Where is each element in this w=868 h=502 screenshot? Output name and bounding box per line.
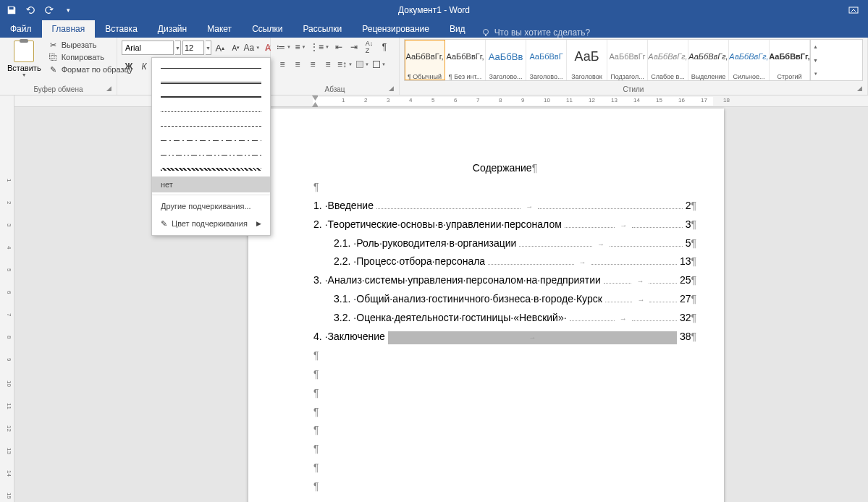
change-case-button[interactable]: Aa▼: [245, 41, 259, 55]
toc-line-3[interactable]: 2.2.·Процесс·отбора·персонала→13¶: [313, 252, 696, 271]
sort-button[interactable]: A↓Z: [362, 40, 376, 54]
group-clipboard-label: Буфер обмена: [4, 85, 112, 95]
numbering-button[interactable]: ≡▼: [293, 40, 308, 54]
font-size-combo[interactable]: [182, 41, 204, 55]
underline-style-double[interactable]: [152, 75, 270, 90]
horizontal-ruler[interactable]: 123456789101112131415161718: [14, 95, 868, 107]
style-item-3[interactable]: АаБбВвГЗаголово...: [526, 40, 567, 80]
gallery-up[interactable]: ▲: [811, 40, 820, 54]
bullets-button[interactable]: ≔▼: [275, 40, 292, 54]
multilevel-list-button[interactable]: ⋮≡▼: [308, 40, 331, 54]
workspace: L 123456789101112131415 1234567891011121…: [0, 95, 868, 502]
toc-line-0[interactable]: 1.·Введение→2¶: [313, 197, 696, 216]
underline-style-dashed[interactable]: [152, 119, 270, 133]
toc-line-6[interactable]: 3.2.·Оценка·деятельности·гостиницы·«Невс…: [313, 309, 696, 328]
clipboard-dialog-launcher[interactable]: ◢: [106, 85, 115, 93]
tell-me-placeholder: Что вы хотите сделать?: [494, 27, 591, 38]
tab-file[interactable]: Файл: [0, 20, 42, 38]
style-item-5[interactable]: АаБбВвГгПодзагол...: [607, 40, 648, 80]
qat-customize-button[interactable]: ▾: [59, 1, 77, 19]
toc-line-1[interactable]: 2.·Теоретические·основы·в·управлении·пер…: [313, 216, 696, 234]
shading-button[interactable]: ▼: [355, 57, 371, 72]
underline-style-single[interactable]: [152, 61, 270, 75]
underline-style-wave[interactable]: [152, 162, 270, 176]
toc-line-4[interactable]: 3.·Анализ·системы·управления·персоналом·…: [313, 271, 696, 290]
decrease-indent-button[interactable]: ⇤: [332, 40, 346, 54]
redo-button[interactable]: [41, 1, 58, 19]
tab-review[interactable]: Рецензирование: [352, 20, 439, 38]
line-spacing-button[interactable]: ≡↕▼: [336, 57, 354, 72]
underline-style-dot-dot-dash[interactable]: [152, 148, 270, 162]
empty-paragraph: ¶: [313, 384, 696, 403]
gallery-more[interactable]: ▾: [811, 67, 820, 80]
style-item-8[interactable]: АаБбВвГг,Сильное...: [729, 40, 770, 80]
vertical-ruler[interactable]: 123456789101112131415: [0, 95, 14, 502]
tab-mailings[interactable]: Рассылки: [292, 20, 352, 38]
lightbulb-icon: [481, 28, 490, 37]
tab-home[interactable]: Главная: [42, 20, 96, 38]
underline-color[interactable]: ✎Цвет подчеркивания ▶: [152, 215, 270, 232]
align-center-button[interactable]: ≡: [290, 57, 305, 72]
grow-font-button[interactable]: A▴: [213, 41, 227, 55]
first-line-indent-marker[interactable]: [312, 95, 318, 101]
tell-me-search[interactable]: Что вы хотите сделать?: [476, 27, 597, 38]
styles-gallery: АаБбВвГг,¶ ОбычныйАаБбВвГг,¶ Без инт...А…: [404, 39, 863, 81]
gallery-down[interactable]: ▼: [811, 54, 820, 67]
font-name-combo[interactable]: [122, 41, 174, 55]
style-item-1[interactable]: АаБбВвГг,¶ Без инт...: [445, 40, 486, 80]
page-content[interactable]: Содержание¶ ¶ 1.·Введение→2¶2.·Теоретиче…: [248, 109, 724, 496]
underline-style-dotted[interactable]: [152, 104, 270, 119]
paste-label: Вставить: [7, 64, 41, 72]
style-item-9[interactable]: АаБбВвГг,Строгий: [770, 40, 810, 80]
font-size-dropdown[interactable]: ▼: [206, 41, 211, 55]
underline-style-thick[interactable]: [152, 90, 270, 104]
style-item-0[interactable]: АаБбВвГг,¶ Обычный: [405, 40, 445, 80]
styles-dialog-launcher[interactable]: ◢: [857, 85, 866, 93]
pen-icon: ✎: [161, 219, 167, 229]
bold-button[interactable]: Ж: [122, 59, 136, 74]
tab-layout[interactable]: Макет: [197, 20, 242, 38]
empty-paragraph: ¶: [313, 477, 696, 496]
style-item-7[interactable]: АаБбВвГг,Выделение: [688, 40, 729, 80]
svg-rect-0: [849, 7, 858, 13]
svg-point-1: [483, 30, 488, 35]
style-item-2[interactable]: АаБбВвЗаголово...: [486, 40, 526, 80]
save-button[interactable]: [3, 1, 20, 19]
chevron-right-icon: ▶: [256, 220, 261, 227]
italic-button[interactable]: К: [137, 59, 151, 74]
group-paragraph: ≔▼ ≡▼ ⋮≡▼ ⇤ ⇥ A↓Z ¶ ≡ ≡ ≡ ≡ ≡↕▼ ▼ ▼ Абза…: [271, 38, 400, 95]
borders-button[interactable]: ▼: [371, 57, 387, 72]
separator: [152, 195, 270, 195]
toc-line-5[interactable]: 3.1.·Общий·анализ·гостиничного·бизнеса·в…: [313, 290, 696, 309]
tab-references[interactable]: Ссылки: [242, 20, 292, 38]
underline-style-dot-dash[interactable]: [152, 133, 270, 148]
font-name-dropdown[interactable]: ▼: [175, 41, 181, 55]
toc-line-7[interactable]: 4.·Заключение→38¶: [313, 328, 696, 346]
shrink-font-button[interactable]: A▾: [229, 41, 243, 55]
empty-paragraph: ¶: [313, 421, 696, 440]
empty-paragraph: ¶: [313, 459, 696, 477]
tab-design[interactable]: Дизайн: [148, 20, 197, 38]
style-item-6[interactable]: АаБбВвГг,Слабое в...: [648, 40, 688, 80]
style-item-4[interactable]: АаБЗаголовок: [567, 40, 607, 80]
underline-none[interactable]: нет: [152, 176, 270, 192]
tab-insert[interactable]: Вставка: [95, 20, 148, 38]
undo-button[interactable]: [22, 1, 39, 19]
ribbon-display-options[interactable]: [845, 1, 862, 19]
align-left-button[interactable]: ≡: [275, 57, 290, 72]
paragraph-dialog-launcher[interactable]: ◢: [389, 85, 397, 93]
show-marks-button[interactable]: ¶: [377, 40, 392, 54]
hanging-indent-marker[interactable]: [312, 102, 318, 108]
increase-indent-button[interactable]: ⇥: [347, 40, 361, 54]
empty-paragraph: ¶: [313, 346, 696, 365]
group-styles-label: Стили: [404, 85, 863, 95]
tab-view[interactable]: Вид: [439, 20, 476, 38]
align-right-button[interactable]: ≡: [306, 57, 320, 72]
document-area[interactable]: 123456789101112131415161718 Содержание¶ …: [14, 95, 868, 502]
paste-button[interactable]: Вставить ▼: [4, 39, 44, 79]
group-paragraph-label: Абзац: [275, 85, 395, 95]
toc-line-2[interactable]: 2.1.·Роль·руководителя·в·организации→5¶: [313, 234, 696, 253]
underline-more[interactable]: Другие подчеркивания...: [152, 197, 270, 215]
copy-icon: ⿻: [49, 52, 59, 62]
justify-button[interactable]: ≡: [321, 57, 335, 72]
